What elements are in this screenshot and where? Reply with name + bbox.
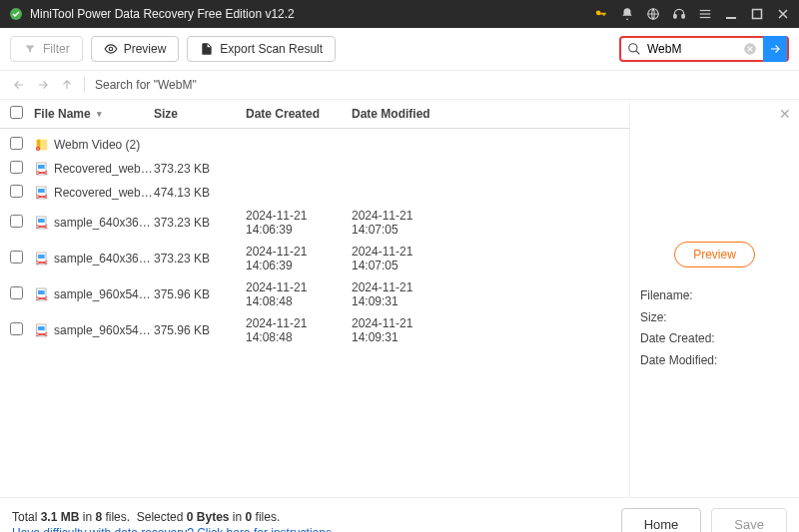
sort-indicator-icon: ▾ [97,109,102,119]
export-button[interactable]: Export Scan Result [187,36,336,62]
file-name: sample_960x540... [54,323,154,337]
file-size: 373.23 KB [154,216,246,230]
clear-icon[interactable] [737,42,763,56]
table-row[interactable]: sample_640x360...373.23 KB2024-11-21 14:… [0,205,629,241]
file-modified: 2024-11-21 14:07:05 [352,245,457,272]
preview-button[interactable]: Preview [91,36,180,62]
file-name: Recovered_webm... [54,186,154,200]
back-icon[interactable] [12,78,26,92]
file-name: sample_640x360... [54,216,154,230]
file-name: Recovered_webm... [54,162,154,176]
home-button[interactable]: Home [621,508,702,532]
file-modified: 2024-11-21 14:09:31 [352,280,457,308]
titlebar: MiniTool Power Data Recovery Free Editio… [0,0,799,28]
toolbar: Filter Preview Export Scan Result [0,28,799,71]
search-input[interactable] [647,42,737,56]
key-icon[interactable] [593,6,609,22]
file-size: 375.96 KB [154,323,246,337]
row-checkbox[interactable] [10,251,23,264]
globe-icon[interactable] [645,6,661,22]
col-size[interactable]: Size [154,107,246,121]
filter-icon [23,42,37,56]
breadcrumb: Search for "WebM" [95,78,197,92]
table-row[interactable]: Recovered_webm...474.13 KB [0,181,629,205]
eye-icon [104,42,118,56]
close-icon[interactable] [775,6,791,22]
svg-rect-2 [674,15,676,18]
svg-point-9 [109,47,113,51]
footer-info: Total 3.1 MB in 8 files. Selected 0 Byte… [12,510,335,533]
export-label: Export Scan Result [220,42,323,56]
file-created: 2024-11-21 14:08:48 [246,280,352,308]
svg-rect-27 [38,326,45,330]
svg-rect-5 [700,13,711,14]
minimize-icon[interactable] [723,6,739,22]
table-row[interactable]: Webm Video (2) [0,133,629,157]
row-checkbox[interactable] [10,215,23,228]
svg-rect-15 [37,148,38,149]
file-size: 373.23 KB [154,252,246,266]
file-name: Webm Video (2) [54,138,140,152]
filter-button[interactable]: Filter [10,36,83,62]
svg-rect-8 [753,10,762,19]
svg-rect-3 [682,15,684,18]
file-name: sample_640x360... [54,252,154,266]
export-icon [200,42,214,56]
menu-icon[interactable] [697,6,713,22]
help-link[interactable]: Have difficulty with data recovery? Clic… [12,526,335,533]
file-created: 2024-11-21 14:06:39 [246,245,352,272]
up-icon[interactable] [60,78,74,92]
row-checkbox[interactable] [10,286,23,299]
table-row[interactable]: sample_960x540...375.96 KB2024-11-21 14:… [0,276,629,312]
row-checkbox[interactable] [10,322,23,335]
preview-pane: ✕ Preview Filename: Size: Date Created: … [629,100,799,497]
forward-icon[interactable] [36,78,50,92]
row-checkbox[interactable] [10,185,23,198]
meta-created: Date Created: [640,328,789,350]
file-icon [34,322,50,338]
preview-label: Preview [124,42,167,56]
table-row[interactable]: sample_640x360...373.23 KB2024-11-21 14:… [0,241,629,276]
meta-size: Size: [640,307,789,329]
file-icon [34,286,50,302]
meta-modified: Date Modified: [640,350,789,372]
svg-point-10 [629,44,637,52]
file-created: 2024-11-21 14:08:48 [246,316,352,344]
folder-icon [34,137,50,153]
search-box [619,36,789,62]
file-size: 474.13 KB [154,186,246,200]
svg-rect-4 [700,10,711,11]
col-filename[interactable]: File Name▾ [34,107,154,121]
filter-label: Filter [43,42,70,56]
preview-file-button[interactable]: Preview [674,242,755,267]
row-checkbox[interactable] [10,137,23,150]
file-size: 375.96 KB [154,287,246,301]
search-icon [621,42,647,56]
col-created[interactable]: Date Created [246,107,352,121]
file-created: 2024-11-21 14:06:39 [246,209,352,237]
select-all-checkbox[interactable] [10,106,23,119]
col-modified[interactable]: Date Modified [352,107,457,121]
row-checkbox[interactable] [10,161,23,174]
svg-rect-7 [726,17,736,19]
maximize-icon[interactable] [749,6,765,22]
file-icon [34,251,50,266]
table-row[interactable]: sample_960x540...375.96 KB2024-11-21 14:… [0,312,629,348]
search-go-button[interactable] [763,36,787,62]
file-modified: 2024-11-21 14:07:05 [352,209,457,237]
file-icon [34,161,50,177]
svg-rect-13 [41,140,48,151]
table-row[interactable]: Recovered_webm...373.23 KB [0,157,629,181]
svg-rect-23 [38,255,45,259]
headset-icon[interactable] [671,6,687,22]
svg-rect-19 [38,189,45,193]
file-icon [34,215,50,231]
footer: Total 3.1 MB in 8 files. Selected 0 Byte… [0,497,799,532]
window-title: MiniTool Power Data Recovery Free Editio… [30,7,593,21]
nav-bar: Search for "WebM" [0,71,799,100]
bell-icon[interactable] [619,6,635,22]
file-size: 373.23 KB [154,162,246,176]
app-logo-icon [8,6,24,22]
save-button[interactable]: Save [711,508,787,532]
close-preview-icon[interactable]: ✕ [779,106,791,122]
